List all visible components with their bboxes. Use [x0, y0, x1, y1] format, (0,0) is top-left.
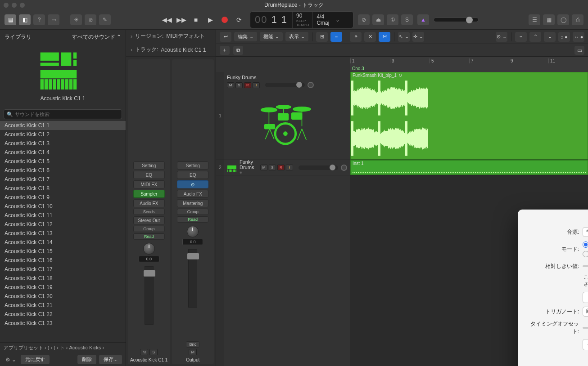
- library-item[interactable]: Acoustic Kick C1 17: [0, 265, 126, 274]
- horizontal-autozoom[interactable]: ⌄: [544, 32, 556, 42]
- snap-button[interactable]: ≡: [330, 32, 342, 42]
- record-button[interactable]: [218, 14, 231, 26]
- eq-slot[interactable]: EQ: [133, 171, 165, 179]
- grid-button[interactable]: ⊞: [316, 32, 328, 42]
- automation-mode[interactable]: Read: [177, 216, 208, 223]
- track-number[interactable]: 2: [216, 160, 224, 175]
- flex-button[interactable]: ✄: [379, 32, 390, 42]
- library-item[interactable]: Acoustic Kick C1 10: [0, 202, 126, 211]
- cycle-button[interactable]: ⟳: [233, 14, 245, 26]
- list-editors-button[interactable]: ☰: [529, 14, 540, 25]
- library-options-menu[interactable]: ⚙︎ ⌄: [4, 357, 18, 363]
- bar-ruler[interactable]: 1357911: [350, 57, 588, 65]
- library-item[interactable]: Acoustic Kick C1 15: [0, 247, 126, 256]
- marker-track[interactable]: Cno 3: [350, 65, 588, 72]
- trigger-note-select[interactable]: 自動 ⌄: [583, 307, 588, 317]
- close-icon[interactable]: [4, 3, 9, 8]
- mastering-slot[interactable]: Mastering: [177, 199, 208, 207]
- duplicate-track-button[interactable]: ⧉: [233, 46, 243, 55]
- lcd-time-sig[interactable]: 4/4: [317, 13, 329, 20]
- inspector-toggle-button[interactable]: ◧: [19, 14, 31, 25]
- track-header[interactable]: Funky Drums M S R I: [224, 72, 350, 160]
- sends-label[interactable]: Sends: [133, 209, 165, 215]
- marquee-tool[interactable]: ✛ ⌄: [412, 32, 424, 42]
- offset-slider[interactable]: [583, 327, 588, 329]
- volume-fader[interactable]: [188, 249, 197, 308]
- track-volume-slider[interactable]: [265, 83, 305, 87]
- library-item[interactable]: Acoustic Kick C1 13: [0, 229, 126, 238]
- inspector-track-disclosure[interactable]: › トラック: Acoustic Kick C1 1: [126, 43, 216, 57]
- midi-region[interactable]: Inst 1: [350, 160, 588, 175]
- vertical-autozoom[interactable]: ⌃: [529, 32, 541, 42]
- library-item[interactable]: Acoustic Kick C1 21: [0, 301, 126, 310]
- library-save-button[interactable]: 保存...: [99, 355, 122, 364]
- audio-region[interactable]: FunkSmash Kit_bip_1 ↻: [350, 72, 588, 160]
- pan-knob[interactable]: [187, 226, 199, 237]
- instrument-slot[interactable]: Sampler: [133, 190, 165, 198]
- library-revert-button[interactable]: 元に戻す: [21, 355, 50, 364]
- record-enable-button[interactable]: R: [277, 165, 285, 170]
- library-item[interactable]: Acoustic Kick C1 23: [0, 319, 126, 328]
- shuffle-button[interactable]: ✕: [364, 32, 376, 42]
- library-search-input[interactable]: 🔍 サウンドを検索: [4, 109, 122, 119]
- play-button[interactable]: ▶: [204, 14, 217, 26]
- mute-button[interactable]: M: [189, 349, 197, 355]
- zoom-icon[interactable]: [20, 3, 25, 8]
- library-delete-button[interactable]: 削除: [77, 355, 96, 364]
- pointer-tool[interactable]: ↖ ⌄: [398, 32, 410, 42]
- eq-slot[interactable]: EQ: [177, 171, 208, 179]
- library-item[interactable]: Acoustic Kick C1 18: [0, 274, 126, 283]
- library-item[interactable]: Acoustic Kick C1 2: [0, 130, 126, 139]
- pan-value[interactable]: 0.0: [139, 256, 159, 262]
- track-name[interactable]: Funky Drums +: [240, 159, 258, 175]
- rewind-button[interactable]: ◀◀: [161, 14, 173, 26]
- library-item[interactable]: Acoustic Kick C1 8: [0, 184, 126, 193]
- waveform-zoom[interactable]: ⌁: [515, 32, 527, 42]
- view-menu[interactable]: 表示 ⌄: [285, 32, 308, 41]
- library-item[interactable]: Acoustic Kick C1 3: [0, 139, 126, 148]
- group-slot[interactable]: Group: [177, 209, 208, 215]
- library-item[interactable]: Acoustic Kick C1 5: [0, 157, 126, 166]
- mute-button[interactable]: M: [227, 82, 234, 88]
- instrument-select[interactable]: キック ⌄: [583, 227, 588, 237]
- add-track-button[interactable]: ＋: [220, 46, 230, 55]
- master-volume-slider[interactable]: [434, 18, 479, 22]
- lcd-tempo[interactable]: 90: [296, 13, 309, 19]
- minimize-icon[interactable]: [12, 3, 17, 8]
- stop-button[interactable]: ■: [190, 14, 202, 26]
- avg-attack-button[interactable]: 平均アタックタイムを設定: [583, 339, 588, 350]
- smart-controls-button[interactable]: ☀: [70, 14, 82, 25]
- threshold-slider[interactable]: [583, 265, 588, 267]
- library-item[interactable]: Acoustic Kick C1 16: [0, 256, 126, 265]
- library-item[interactable]: Acoustic Kick C1 9: [0, 193, 126, 202]
- edit-menu[interactable]: 編集 ⌄: [234, 32, 257, 41]
- link-button[interactable]: ⚭: [350, 32, 362, 42]
- hzoom-slider[interactable]: ↔ ●: [573, 32, 584, 42]
- solo-mode-button[interactable]: S: [401, 14, 413, 25]
- output-slot[interactable]: Stereo Out: [133, 216, 165, 224]
- mode-replace-radio[interactable]: 置き換え: [583, 241, 588, 248]
- library-toggle-button[interactable]: ▤: [5, 14, 16, 25]
- editor-button[interactable]: ✎: [99, 14, 111, 25]
- forward-button[interactable]: ▶▶: [175, 14, 188, 26]
- lcd-display[interactable]: 00 1 1 90 KEEP TEMPO 4/4 Cmaj ⌄: [250, 11, 353, 28]
- solo-button[interactable]: S: [149, 349, 158, 355]
- library-item[interactable]: Acoustic Kick C1 12: [0, 220, 126, 229]
- lcd-mode-menu[interactable]: ⌄: [333, 12, 343, 28]
- input-monitor-button[interactable]: I: [253, 82, 260, 88]
- library-item[interactable]: Acoustic Kick C1 14: [0, 238, 126, 247]
- global-tracks-button[interactable]: ▭: [574, 46, 584, 55]
- audio-fx-slot[interactable]: Audio FX: [133, 199, 165, 207]
- library-item[interactable]: Acoustic Kick C1 1: [0, 121, 126, 130]
- track-name[interactable]: Funky Drums: [227, 75, 347, 80]
- library-list[interactable]: Acoustic Kick C1 1Acoustic Kick C1 2Acou…: [0, 121, 126, 342]
- lcd-key[interactable]: Cmaj: [317, 20, 329, 26]
- browser-button[interactable]: ⎙: [572, 14, 583, 25]
- input-monitor-button[interactable]: I: [286, 165, 293, 170]
- library-all-sounds-menu[interactable]: すべてのサウンド ⌃: [72, 33, 121, 41]
- mute-button[interactable]: M: [140, 349, 148, 355]
- toolbar-toggle-button[interactable]: ▭: [48, 14, 59, 25]
- stereo-width-slot[interactable]: ⊙: [177, 180, 208, 188]
- functions-menu[interactable]: 機能 ⌄: [260, 32, 283, 41]
- library-item[interactable]: Acoustic Kick C1 19: [0, 283, 126, 292]
